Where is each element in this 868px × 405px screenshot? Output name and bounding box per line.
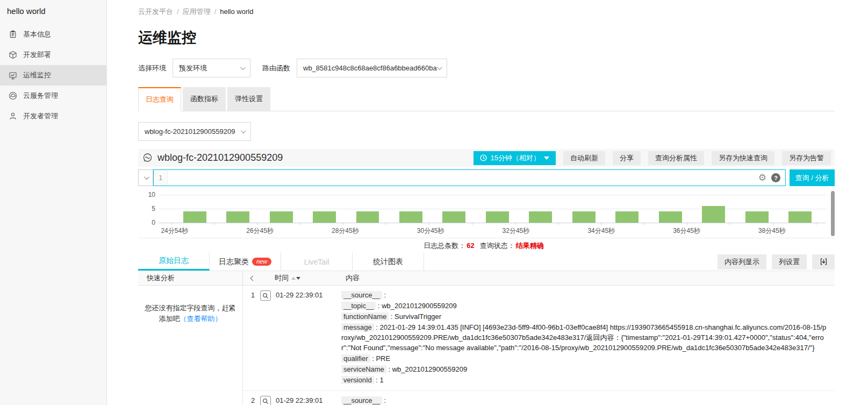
action-button-自动刷新[interactable]: 自动刷新 (563, 151, 605, 165)
sidebar-menu: 基本信息开发部署运维监控云服务管理开发者管理 (0, 24, 106, 126)
histogram-bar[interactable] (788, 211, 812, 223)
editor-line-number: 1 (154, 170, 168, 186)
log-field-key[interactable]: functionName (341, 312, 389, 321)
log-field-key[interactable]: serviceName (341, 365, 386, 373)
histogram-bar[interactable] (270, 211, 293, 223)
result-tab-LiveTail[interactable]: LiveTail (281, 253, 353, 271)
document-icon (9, 30, 17, 39)
logstore-select[interactable]: wblog-fc-2021012900559209 (138, 122, 251, 141)
x-axis-tick (214, 223, 214, 225)
tab-函数指标[interactable]: 函数指标 (183, 87, 226, 111)
sidebar-item-cloud-service[interactable]: 云服务管理 (0, 86, 106, 106)
sidebar-item-label: 运维监控 (23, 70, 51, 80)
env-select-label: 选择环境 (138, 63, 166, 73)
row-content: __source__ : __topic__ : wb_202101290055… (341, 286, 835, 390)
query-editor[interactable]: 1 ⚙ ? (153, 169, 786, 186)
histogram-bar[interactable] (702, 206, 725, 223)
histogram-bar[interactable] (659, 211, 682, 223)
x-axis-tick (816, 223, 816, 225)
action-button-另存为告警[interactable]: 另存为告警 (782, 151, 831, 165)
row-detail-button[interactable] (260, 396, 271, 405)
histogram-plot-area[interactable]: 051024分54秒26分45秒28分45秒30分45秒32分45秒34分45秒… (159, 195, 826, 223)
row-index: 2 (251, 396, 255, 404)
histogram-bar[interactable] (399, 211, 422, 223)
sidebar-item-monitoring[interactable]: 运维监控 (0, 65, 106, 86)
result-action-列设置[interactable]: 列设置 (772, 254, 807, 269)
row-content: __source__ : __topic__ : wb_202101290055… (341, 391, 835, 405)
log-field-separator: : (370, 354, 376, 363)
result-action-内容列显示[interactable]: 内容列显示 (718, 254, 766, 269)
result-tab-label: 日志聚类 (219, 257, 249, 267)
histogram-bar[interactable] (183, 211, 206, 223)
histogram-bar[interactable] (486, 211, 509, 223)
tab-弹性设置[interactable]: 弹性设置 (227, 87, 270, 111)
histogram-bar[interactable] (745, 211, 769, 223)
action-button-分享[interactable]: 分享 (613, 151, 641, 165)
logstore-title: wblog-fc-2021012900559209 (142, 152, 474, 164)
log-field-key[interactable]: qualifier (341, 354, 370, 363)
breadcrumb-item[interactable]: 应用管理 (183, 8, 211, 16)
route-function-select[interactable]: wb_8581c948c8c68ae8cf86a6bbead660ba (297, 59, 447, 77)
tab-日志查询[interactable]: 日志查询 (138, 87, 181, 111)
help-icon[interactable]: ? (771, 173, 780, 182)
quick-analysis-help-link[interactable]: （查看帮助） (180, 315, 222, 323)
query-collapse-button[interactable] (138, 169, 153, 186)
sidebar-item-basic-info[interactable]: 基本信息 (0, 24, 106, 45)
magnifier-icon (262, 398, 269, 404)
log-field-key[interactable]: versionId (341, 376, 374, 384)
histogram-bar[interactable] (226, 211, 249, 223)
log-field-value: wb_2021012900559209 (382, 302, 457, 310)
histogram-bar[interactable] (313, 211, 336, 223)
breadcrumb-item: hello world (220, 8, 253, 16)
filter-row: 选择环境 预发环境 路由函数 wb_8581c948c8c68ae8cf86a6… (138, 59, 835, 77)
result-tab-日志聚类[interactable]: 日志聚类new (210, 253, 281, 271)
log-field-key[interactable]: message (341, 323, 374, 331)
result-tab-原始日志[interactable]: 原始日志 (138, 253, 210, 271)
magnifier-icon (262, 293, 269, 299)
time-range-button[interactable]: 15分钟（相对） (474, 151, 556, 165)
main-content: 云开发平台/应用管理/hello world 运维监控 选择环境 预发环境 路由… (107, 0, 868, 405)
logstore-icon (142, 153, 153, 163)
histogram-bar[interactable] (356, 211, 379, 223)
action-button-查询分析属性[interactable]: 查询分析属性 (648, 151, 704, 165)
log-total-label: 日志总条数： (424, 241, 465, 251)
query-status-row: 日志总条数： 62 查询状态： 结果精确 (138, 238, 835, 253)
histogram-bar[interactable] (572, 211, 596, 223)
sidebar-item-deploy[interactable]: 开发部署 (0, 45, 106, 65)
x-axis-tick (730, 223, 730, 225)
x-axis-tick (687, 223, 687, 225)
search-analyze-button[interactable]: 查询 / 分析 (790, 169, 835, 186)
result-tab-label: 原始日志 (159, 256, 189, 266)
log-field-key[interactable]: __source__ (341, 396, 382, 404)
chevron-left-icon[interactable] (250, 275, 256, 281)
y-axis-tick-label: 0 (139, 219, 155, 226)
download-button[interactable] (812, 254, 835, 269)
monitor-icon (9, 71, 17, 80)
sidebar-item-developer[interactable]: 开发者管理 (0, 106, 106, 126)
row-detail-button[interactable] (260, 290, 271, 301)
env-select[interactable]: 预发环境 (173, 59, 250, 77)
sort-desc-icon[interactable] (296, 277, 300, 280)
log-field-key[interactable]: __source__ (341, 291, 382, 299)
x-axis-tick-label: 32分45秒 (503, 226, 530, 236)
sort-asc-icon[interactable] (291, 277, 296, 280)
result-tab-统计图表[interactable]: 统计图表 (353, 253, 424, 271)
gear-icon[interactable]: ⚙ (758, 173, 766, 182)
page-title: 运维监控 (138, 28, 835, 47)
y-axis-tick-label: 10 (139, 191, 155, 198)
action-button-另存为快速查询[interactable]: 另存为快速查询 (712, 151, 774, 165)
breadcrumb-separator: / (214, 8, 217, 16)
time-column-header[interactable]: 时间 (275, 273, 300, 283)
x-axis-tick-label: 34分45秒 (587, 226, 615, 236)
log-field-separator: : (376, 302, 382, 310)
histogram-bar[interactable] (442, 211, 465, 223)
histogram-bar[interactable] (529, 211, 552, 223)
histogram-bar[interactable] (615, 211, 639, 223)
breadcrumb-item[interactable]: 云开发平台 (138, 8, 173, 16)
vertical-scrollbar-thumb[interactable] (831, 191, 835, 236)
log-field-key[interactable]: __topic__ (341, 302, 376, 310)
query-state-label: 查询状态： (480, 241, 515, 251)
x-axis-tick-label: 28分45秒 (332, 226, 359, 236)
row-time: 01-29 22:39:01 (276, 291, 322, 299)
logstore-title-text: wblog-fc-2021012900559209 (157, 152, 283, 164)
